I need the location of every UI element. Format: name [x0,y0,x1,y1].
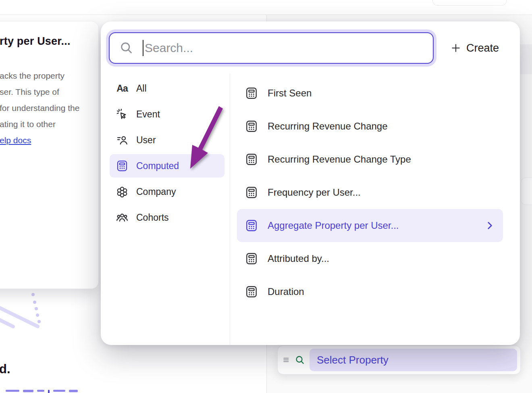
clipped-link-text [6,390,78,393]
create-button[interactable]: Create [447,38,502,59]
screen: d. rty per User... acks the property ser… [0,0,532,393]
create-button-label: Create [466,42,499,54]
category-label: Company [136,186,176,197]
background-card-clipped [521,178,532,205]
select-property-label: Select Property [317,354,389,366]
result-item[interactable]: Aggregate Property per User... [237,209,503,242]
decor-dot [36,314,39,317]
tooltip-body-line: ser. This type of [0,84,93,100]
tooltip-body-line: ating it to other [0,116,93,132]
category-label: Cohorts [136,212,169,223]
result-label: Recurring Revenue Change Type [268,154,411,165]
decor-dot [35,307,38,310]
property-picker-modal: Create AaAll Event User Computed Company… [101,21,520,345]
decor-dot [31,293,35,296]
tooltip-body-line: for understanding the [0,100,93,116]
event-click-icon [116,108,128,120]
select-property-button[interactable]: Select Property [310,349,517,371]
category-label: User [136,135,156,146]
result-item[interactable]: Attributed by... [237,242,503,275]
category-item-cohorts[interactable]: Cohorts [110,206,224,229]
property-selector-card: Select Property [277,345,521,374]
property-tooltip-card: rty per User... acks the property ser. T… [0,21,99,289]
decor-dot [37,320,41,323]
category-item-all[interactable]: AaAll [110,77,224,100]
result-label: Duration [268,286,304,297]
category-label: Event [136,109,160,120]
category-label: All [136,83,147,94]
text-aa-icon: Aa [116,82,128,94]
result-label: Recurring Revenue Change [268,121,388,132]
search-input[interactable] [144,36,433,61]
background-button-clipped [432,0,507,6]
column-divider [230,74,230,345]
plus-icon [451,43,461,53]
property-search-icon [295,355,305,366]
result-label: First Seen [268,88,312,99]
decor-line [0,316,16,329]
search-field[interactable] [109,32,434,64]
calculator-icon [245,120,258,133]
result-item[interactable]: Duration [237,275,503,308]
calculator-icon [245,153,258,166]
company-icon [116,186,128,198]
result-item[interactable]: Recurring Revenue Change Type [237,143,503,176]
decor-dot [33,301,36,304]
category-item-user[interactable]: User [110,128,224,152]
result-label: Frequency per User... [268,187,361,198]
chevron-right-icon [484,220,495,231]
text-caret [143,40,143,56]
result-item[interactable]: Frequency per User... [237,176,503,209]
calculator-icon [245,219,258,232]
category-item-company[interactable]: Company [110,180,224,203]
calculator-icon [116,160,128,172]
result-item[interactable]: First Seen [237,77,503,110]
calculator-icon [245,87,258,100]
search-icon [119,41,134,55]
category-item-event[interactable]: Event [110,102,224,126]
category-list: AaAll Event User Computed Company Cohort… [110,77,224,232]
user-icon [116,134,128,146]
category-item-computed[interactable]: Computed [110,154,224,178]
tooltip-body: acks the property ser. This type of for … [0,68,93,132]
calculator-icon [245,285,258,298]
clipped-heading: d. [0,362,10,376]
result-list: First Seen Recurring Revenue Change Recu… [237,77,503,308]
tooltip-body-line: acks the property [0,68,93,84]
calculator-icon [245,186,258,199]
result-label: Aggregate Property per User... [268,220,399,231]
result-label: Attributed by... [268,253,329,264]
cohorts-icon [116,211,128,224]
drag-handle-icon[interactable] [283,356,291,364]
calculator-icon [245,252,258,265]
category-label: Computed [136,161,179,171]
tooltip-title: rty per User... [0,35,93,48]
help-docs-link[interactable]: elp docs [0,136,31,145]
result-item[interactable]: Recurring Revenue Change [237,110,503,143]
